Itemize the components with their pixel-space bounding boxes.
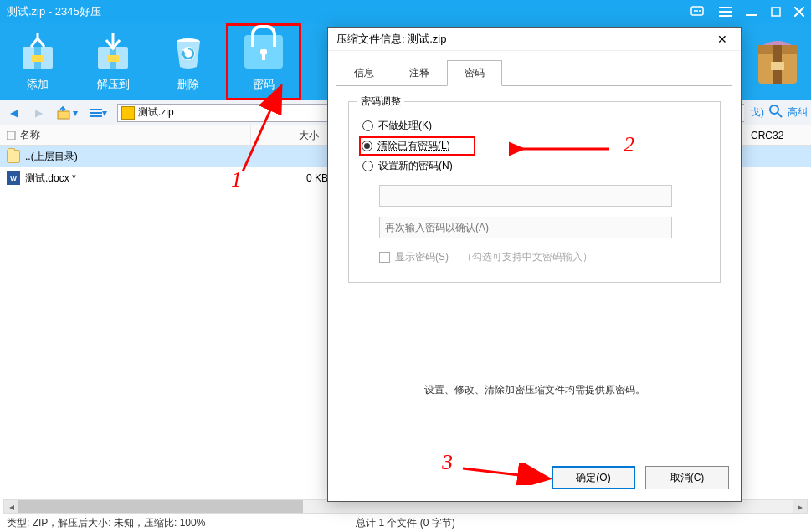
view-button[interactable]: ▾ <box>85 103 112 123</box>
tab-comment[interactable]: 注释 <box>392 60 447 86</box>
arrow-1 <box>159 75 293 184</box>
svg-line-32 <box>778 113 782 117</box>
password-fieldset: 密码调整 不做处理(K) 清除已有密码(L) 设置新的密码(N) 显示密码(S)… <box>348 101 721 283</box>
right-text: 戈) <box>751 105 764 120</box>
ok-button[interactable]: 确定(O) <box>552 466 635 489</box>
svg-point-3 <box>699 10 701 12</box>
svg-rect-8 <box>772 8 780 16</box>
checkbox-icon <box>7 131 17 140</box>
docx-icon: W <box>7 171 20 185</box>
add-button[interactable]: 添加 <box>0 23 75 100</box>
svg-rect-13 <box>32 55 44 62</box>
dialog-titlebar: 压缩文件信息: 测试.zip ✕ <box>328 28 741 51</box>
chat-icon[interactable] <box>690 6 706 18</box>
tab-info[interactable]: 信息 <box>336 60 392 86</box>
svg-point-2 <box>696 10 698 12</box>
search-icon[interactable] <box>769 105 783 120</box>
right-partial: 戈) 高纠 CRC32 <box>744 23 811 146</box>
dialog-title: 压缩文件信息: 测试.zip <box>336 32 712 47</box>
add-icon <box>18 32 58 72</box>
status-left: 类型: ZIP，解压后大小: 未知，压缩比: 100% <box>7 516 205 530</box>
menu-icon[interactable] <box>719 7 732 17</box>
window-title: 测试.zip - 2345好压 <box>7 4 690 19</box>
dialog-close-button[interactable]: ✕ <box>712 29 732 49</box>
arrow-3 <box>459 463 559 485</box>
right-archive-icon <box>744 23 811 100</box>
up-button[interactable]: ▾ <box>54 103 80 123</box>
svg-point-1 <box>694 10 696 12</box>
radio-set-new[interactable]: 设置新的密码(N) <box>362 159 706 173</box>
lock-icon <box>244 32 284 72</box>
close-button[interactable] <box>794 7 804 17</box>
folder-icon <box>7 150 20 163</box>
add-label: 添加 <box>27 77 49 92</box>
svg-line-34 <box>243 88 280 171</box>
arrow-2 <box>509 141 618 157</box>
show-password-checkbox[interactable]: 显示密码(S) （勾选可支持中文密码输入） <box>379 250 593 264</box>
cancel-button[interactable]: 取消(C) <box>645 466 729 489</box>
minimize-button[interactable] <box>746 6 757 18</box>
right-adv[interactable]: 高纠 <box>788 105 808 120</box>
tab-password[interactable]: 密码 <box>447 60 502 86</box>
radio-clear[interactable]: 清除已有密码(L) <box>361 138 474 154</box>
svg-point-31 <box>770 105 778 114</box>
scrollbar-thumb[interactable] <box>18 500 303 513</box>
password-inputs: 显示密码(S) （勾选可支持中文密码输入） <box>379 180 706 265</box>
extract-icon <box>93 32 133 72</box>
trash-icon <box>168 32 208 72</box>
scroll-right-button[interactable]: ▸ <box>793 500 807 513</box>
password-confirm-input[interactable] <box>379 217 672 238</box>
forward-button[interactable]: ▶ <box>28 103 49 123</box>
dialog-note: 设置、修改、清除加密压缩文件均需提供原密码。 <box>348 383 721 397</box>
svg-rect-30 <box>771 62 784 70</box>
svg-rect-17 <box>107 55 119 62</box>
password-input[interactable] <box>379 185 672 207</box>
svg-line-38 <box>463 468 547 478</box>
password-dialog: 压缩文件信息: 测试.zip ✕ 信息 注释 密码 密码调整 不做处理(K) 清… <box>327 27 742 502</box>
dialog-tabs: 信息 注释 密码 <box>328 51 741 85</box>
status-bar: 类型: ZIP，解压后大小: 未知，压缩比: 100% 总计 1 个文件 (0 … <box>0 514 811 532</box>
back-button[interactable]: ◀ <box>3 103 23 123</box>
maximize-button[interactable] <box>771 7 781 17</box>
scroll-left-button[interactable]: ◂ <box>4 500 18 513</box>
fieldset-legend: 密码调整 <box>357 95 404 109</box>
extract-button[interactable]: 解压到 <box>75 23 151 100</box>
checkbox-icon <box>379 252 390 263</box>
hint-text: （勾选可支持中文密码输入） <box>462 250 593 264</box>
archive-icon <box>121 106 135 120</box>
col-crc[interactable]: CRC32 <box>751 130 783 141</box>
svg-rect-22 <box>58 111 69 119</box>
titlebar: 测试.zip - 2345好压 <box>0 0 811 23</box>
radio-noop[interactable]: 不做处理(K) <box>362 119 706 133</box>
status-mid: 总计 1 个文件 (0 字节) <box>356 516 455 530</box>
svg-rect-26 <box>7 131 15 140</box>
extract-label: 解压到 <box>97 77 130 92</box>
